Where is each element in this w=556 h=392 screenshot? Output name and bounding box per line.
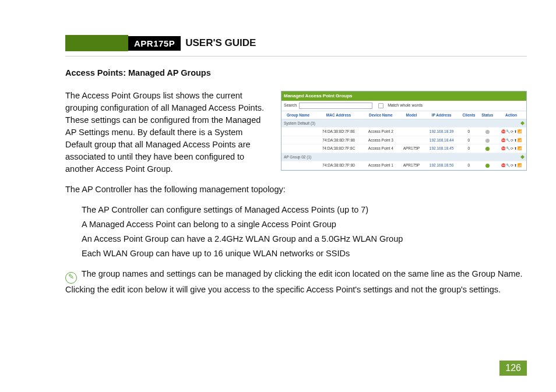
table-row: 74:DA:38:8D:7F:8EAccess Point 2192.168.1… (281, 128, 526, 136)
group-row: AP Group 02 (1) (281, 153, 526, 161)
group-row: System Default (3) (281, 119, 526, 128)
status-dot (485, 139, 490, 143)
tip-text: The group names and settings can be mana… (65, 269, 523, 294)
list-item: An Access Point Group can have a 2.4GHz … (82, 233, 527, 245)
col-status: Status (478, 111, 496, 119)
list-item: The AP Controller can configure settings… (82, 204, 527, 216)
table-row: 74:DA:38:8D:7F:80Access Point 1APR175P19… (281, 161, 526, 169)
edit-group-icon[interactable] (520, 155, 525, 159)
search-input[interactable] (299, 103, 372, 109)
col-model: Model (399, 111, 424, 119)
list-item: Each WLAN Group can have up to 16 unique… (82, 248, 527, 260)
table-header-row: Group Name MAC Address Device Name Model… (281, 111, 526, 119)
paragraph: The AP Controller has the following mana… (65, 183, 527, 196)
col-mac: MAC Address (315, 111, 363, 119)
tip-paragraph: ✎ The group names and settings can be ma… (65, 268, 527, 296)
status-dot (485, 164, 490, 168)
section-title: Access Points: Managed AP Groups (65, 67, 527, 79)
list-item: A Managed Access Point can belong to a s… (82, 218, 527, 231)
row-actions[interactable]: ⛔🔧⟳⬆📶 (501, 147, 522, 150)
header-accent (65, 35, 128, 51)
col-action: Action (496, 111, 526, 119)
ap-groups-table-screenshot: Managed Access Point Groups Search Match… (281, 91, 527, 171)
topology-list: The AP Controller can configure settings… (82, 204, 527, 260)
table-row: 74:DA:38:8D:7F:8CAccess Point 4APR175P19… (281, 144, 526, 153)
match-label: Match whole words (388, 103, 423, 108)
col-ip: IP Address (424, 111, 459, 119)
status-dot (485, 147, 490, 151)
doc-title: USER'S GUIDE (185, 37, 256, 49)
tip-icon: ✎ (65, 272, 77, 284)
shot-title: Managed Access Point Groups (281, 91, 526, 101)
page-number: 126 (499, 361, 527, 376)
row-actions[interactable]: ⛔🔧⟳⬆📶 (501, 130, 522, 133)
row-actions[interactable]: ⛔🔧⟳⬆📶 (501, 164, 522, 167)
search-label: Search (284, 103, 297, 108)
col-device: Device Name (363, 111, 399, 119)
col-clients: Clients (459, 111, 478, 119)
model-badge: APR175P (128, 36, 181, 51)
col-group: Group Name (281, 111, 315, 119)
table-row: 74:DA:38:8D:7F:88Access Point 3192.168.1… (281, 136, 526, 144)
doc-header: APR175P USER'S GUIDE (65, 35, 527, 51)
header-rule (65, 56, 527, 56)
row-actions[interactable]: ⛔🔧⟳⬆📶 (501, 139, 522, 142)
match-whole-words-checkbox[interactable] (378, 103, 383, 108)
edit-group-icon[interactable] (520, 121, 525, 125)
status-dot (485, 130, 490, 134)
